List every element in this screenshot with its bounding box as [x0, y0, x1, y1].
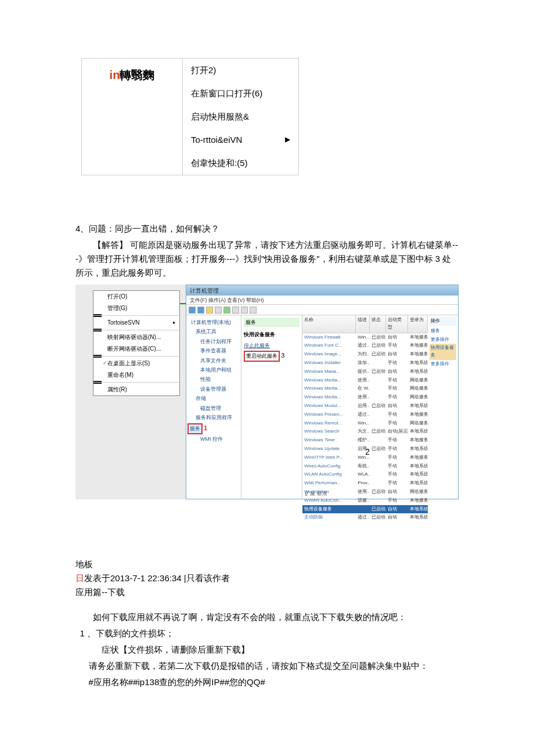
- dl-resolve: 请务必重新下载，若第二次下载仍是报错的话，请按如下格式提交至问题解决集中贴中：: [75, 659, 459, 673]
- service-row[interactable]: Windows Mana...提供...已启动自动本地系统: [302, 368, 428, 376]
- tree-services-selected[interactable]: 服务: [187, 423, 203, 434]
- screenshot-wrap: 打开(O) 管理(G) TortoiseSVN▸ 映射网络驱动器(N)... 断…: [75, 285, 459, 499]
- tree-root[interactable]: 计算机管理(本地): [187, 318, 240, 327]
- service-row[interactable]: WLAN AutoConfigWLA...手动本地系统: [302, 470, 428, 479]
- tree-node[interactable]: 性能: [187, 375, 240, 384]
- desktop-context-menu: 打开(O) 管理(G) TortoiseSVN▸ 映射网络驱动器(N)... 断…: [93, 290, 180, 396]
- menu-item-tortoise[interactable]: To-rttoi&eiVN ▶: [183, 128, 298, 152]
- forward-icon[interactable]: [197, 307, 204, 314]
- col-name[interactable]: 名称: [302, 315, 356, 333]
- menu-item-open[interactable]: 打开2): [183, 59, 298, 82]
- service-list-pane: 名称 描述 状态 启动类型 登录为 Windows FirewallWin...…: [302, 315, 428, 499]
- pause-icon[interactable]: [241, 307, 248, 314]
- mgmt-body: 计算机管理(本地) 系统工具 任务计划程序 事件查看器 共享文件夹 本地用户和组…: [186, 315, 458, 499]
- ctx-divider: [93, 382, 179, 383]
- service-row[interactable]: Windows Remot...Win...手动网络服务: [302, 419, 428, 428]
- back-icon[interactable]: [189, 307, 196, 314]
- play-icon[interactable]: [223, 307, 230, 314]
- refresh-icon[interactable]: [215, 307, 222, 314]
- section-title: 应用篇--下载: [75, 585, 459, 599]
- service-row[interactable]: 主动防御 通过... 已启动 自动 本地系统: [302, 513, 428, 522]
- service-row-selected[interactable]: 快用设备服务 已启动 自动 本地系统: [302, 505, 428, 514]
- service-row[interactable]: WMI Performan...Prov...手动本地系统: [302, 479, 428, 488]
- actions-item[interactable]: 快用设备服务: [430, 344, 456, 360]
- ctx-properties[interactable]: 属性(R): [93, 384, 179, 395]
- annotation-3: 3: [281, 352, 284, 359]
- col-startup[interactable]: 启动类型: [386, 315, 408, 333]
- service-row[interactable]: Windows Media...在 W...手动网络服务: [302, 384, 428, 393]
- menu-item-start-service[interactable]: 启动快用服熬&: [183, 105, 298, 128]
- document-page: in轉翳麴 打开2) 在新窗口口打开(6) 启动快用服熬& To-rttoi&e…: [0, 0, 534, 738]
- service-row[interactable]: Windows FirewallWin...已启动自动本地服务: [302, 333, 428, 342]
- ctx-divider: [93, 356, 179, 357]
- restart-icon[interactable]: [250, 307, 257, 314]
- folder-icon[interactable]: [206, 307, 213, 314]
- ctx-manage[interactable]: 管理(G): [93, 303, 179, 314]
- chevron-right-icon: ▶: [285, 134, 290, 145]
- service-row[interactable]: Windows Presen...通过...手动本地服务: [302, 411, 428, 419]
- service-row[interactable]: Windows Modul...启用...已启动自动本地系统: [302, 402, 428, 411]
- tree-wmi[interactable]: WMI 控件: [187, 434, 240, 444]
- tree-node[interactable]: 任务计划程序: [187, 337, 240, 346]
- service-row[interactable]: Windows Image...为扫...已启动自动本地服务: [302, 350, 428, 359]
- spacer: [75, 599, 459, 608]
- selected-service-name: 快用设备服务: [244, 330, 300, 339]
- ctx-unmap-drive[interactable]: 断开网络驱动器(C)...: [93, 343, 179, 355]
- ctx-map-drive[interactable]: 映射网络驱动器(N)...: [93, 332, 179, 343]
- actions-item[interactable]: 服务: [430, 327, 456, 336]
- service-row[interactable]: Windows Font C...通过...已启动手动本地服务: [302, 341, 428, 350]
- window-titlebar: 计算机管理: [186, 285, 458, 296]
- floor-label: 地板: [75, 557, 459, 571]
- ctx-divider: [93, 315, 179, 316]
- publish-line: 日发表于2013-7-1 22:36:34 |只看该作者: [75, 571, 459, 585]
- menu-right-list: 打开2) 在新窗口口打开(6) 启动快用服熬& To-rttoi&eiVN ▶ …: [183, 58, 299, 175]
- computer-management-window: 计算机管理 文件(F) 操作(A) 查看(V) 帮助(H) 计算机管理(本地): [186, 285, 459, 499]
- ctx-show-desktop[interactable]: ✓在桌面上显示(S): [93, 358, 179, 369]
- menu-left-red: in: [110, 69, 120, 81]
- tree-node[interactable]: 系统工具: [187, 327, 240, 336]
- tree-node[interactable]: 设备管理器: [187, 384, 240, 394]
- service-row[interactable]: Windows Time维护...手动本地服务: [302, 436, 428, 445]
- tree-node[interactable]: 事件查看器: [187, 346, 240, 355]
- service-row[interactable]: Windows Media...使用...手动网络服务: [302, 393, 428, 402]
- ctx-rename[interactable]: 重命名(M): [93, 369, 179, 381]
- col-logon[interactable]: 登录为: [408, 315, 428, 333]
- dl-item1: 1 、下载到的文件损坏；: [75, 627, 459, 640]
- stop-icon[interactable]: [232, 307, 239, 314]
- menu-left-cell: in轉翳麴: [81, 58, 183, 175]
- publish-text: 发表于2013-7-1 22:36:34 |只看该作者: [84, 573, 230, 583]
- tree-node[interactable]: 共享文件夹: [187, 356, 240, 365]
- view-tabs[interactable]: 扩展 标准: [302, 488, 330, 499]
- service-row[interactable]: Wired AutoConfig有线...手动本地系统: [302, 462, 428, 471]
- actions-header: 操作: [430, 317, 456, 326]
- actions-pane: 操作 服务 更多操作 快用设备服务 更多操作: [428, 315, 458, 499]
- menu-left-rest: 轉翳麴: [120, 69, 154, 81]
- menu-item-open-new[interactable]: 在新窗口口打开(6): [183, 82, 298, 105]
- service-detail-pane: 服务 快用设备服务 停止此服务 重启动此服务3: [241, 315, 302, 499]
- col-desc[interactable]: 描述: [356, 315, 370, 333]
- annotation-2: 2: [365, 445, 370, 458]
- ctx-open[interactable]: 打开(O): [93, 291, 179, 303]
- actions-item[interactable]: 更多操作: [430, 336, 456, 344]
- col-status[interactable]: 状态: [370, 315, 386, 333]
- service-row[interactable]: Windows Search为文...已启动自动(延迟...本地系统: [302, 427, 428, 436]
- ctx-tortoisesvn[interactable]: TortoiseSVN▸: [93, 317, 179, 329]
- dl-intro: 如何下载应用就不再说了啊，肯定没有不会的啦，就重点说下下载失败的情况吧：: [75, 610, 459, 624]
- restart-service-link[interactable]: 重启动此服务: [244, 351, 280, 361]
- service-row[interactable]: Windows Installer添加...手动本地系统: [302, 359, 428, 368]
- dl-item1-symptom: 症状【文件损坏，请删除后重新下载】: [75, 643, 459, 657]
- actions-item[interactable]: 更多操作: [430, 360, 456, 369]
- services-header: 服务: [244, 318, 300, 327]
- dl-format: #应用名称##ip138查的您的外网IP##您的QQ#: [75, 675, 459, 689]
- tree-node[interactable]: 存储: [187, 394, 240, 403]
- tree-node[interactable]: 磁盘管理: [187, 404, 240, 413]
- tree-node[interactable]: 本地用户和组: [187, 365, 240, 375]
- window-menubar[interactable]: 文件(F) 操作(A) 查看(V) 帮助(H): [186, 296, 458, 305]
- menu-item-shortcut[interactable]: 创韋快捷和:(5): [183, 152, 298, 175]
- reply-block: 地板 日发表于2013-7-1 22:36:34 |只看该作者 应用篇--下载 …: [75, 557, 459, 689]
- tree-node[interactable]: 服务和应用程序: [187, 413, 240, 422]
- menu-block: in轉翳麴 打开2) 在新窗口口打开(6) 启动快用服熬& To-rttoi&e…: [81, 58, 459, 175]
- q4-block: 4、问题：同步一直出错，如何解决？ 【解答】 可能原因是驱动服务出现了异常，请按…: [75, 222, 459, 280]
- stop-service-link[interactable]: 停止此服务: [244, 341, 300, 350]
- service-row[interactable]: Windows Media...使用...手动网络服务: [302, 376, 428, 385]
